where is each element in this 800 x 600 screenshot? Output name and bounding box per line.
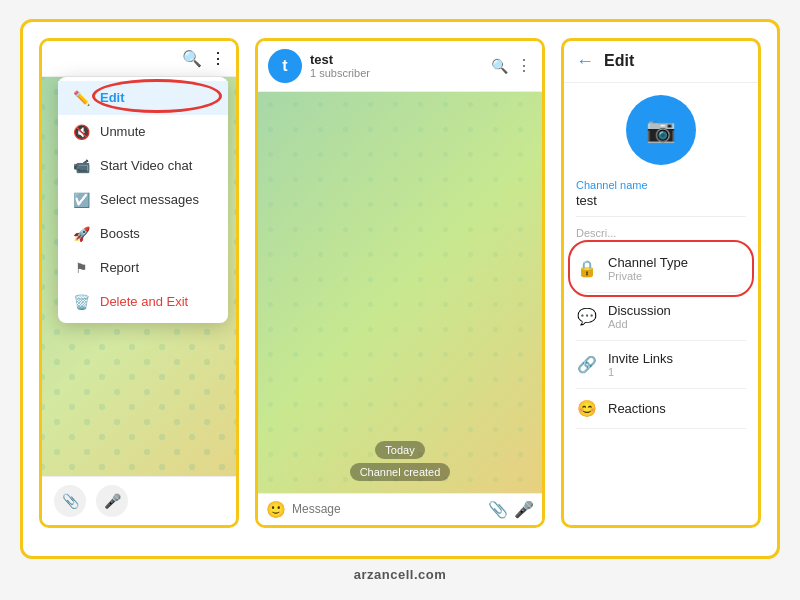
dropdown-menu: ✏️ Edit 🔇 Unmute 📹 Start Video chat ☑️ S… bbox=[58, 77, 228, 323]
channel-type-item[interactable]: 🔒 Channel Type Private bbox=[576, 245, 746, 293]
delete-icon: 🗑️ bbox=[72, 294, 90, 310]
channel-name: test bbox=[310, 52, 483, 67]
menu-item-delete[interactable]: 🗑️ Delete and Exit bbox=[58, 285, 228, 319]
chat-more-icon[interactable]: ⋮ bbox=[516, 56, 532, 75]
channel-avatar: t bbox=[268, 49, 302, 83]
mic-button[interactable]: 🎤 bbox=[96, 485, 128, 517]
chat-footer: 🙂 📎 🎤 bbox=[258, 493, 542, 525]
reactions-title: Reactions bbox=[608, 401, 746, 416]
avatar-upload-area: 📷 bbox=[576, 95, 746, 165]
description-label: Descri... bbox=[576, 227, 746, 239]
report-label: Report bbox=[100, 260, 139, 275]
camera-icon: 📷 bbox=[646, 116, 676, 144]
unmute-icon: 🔇 bbox=[72, 124, 90, 140]
edit-body: 📷 Channel name test Descri... 🔒 Channel … bbox=[564, 83, 758, 525]
invite-links-sub: 1 bbox=[608, 366, 746, 378]
chat-header: t test 1 subscriber 🔍 ⋮ bbox=[258, 41, 542, 92]
discussion-title: Discussion bbox=[608, 303, 746, 318]
delete-label: Delete and Exit bbox=[100, 294, 188, 309]
report-icon: ⚑ bbox=[72, 260, 90, 276]
menu-item-report[interactable]: ⚑ Report bbox=[58, 251, 228, 285]
channel-name-value: test bbox=[576, 193, 746, 217]
channel-info: test 1 subscriber bbox=[310, 52, 483, 79]
discussion-icon: 💬 bbox=[576, 307, 598, 326]
invite-links-title: Invite Links bbox=[608, 351, 746, 366]
chat-search-icon[interactable]: 🔍 bbox=[491, 58, 508, 74]
main-container: 🔍 ⋮ ✏️ Edit 🔇 Unmute 📹 Start Video chat … bbox=[20, 19, 780, 559]
message-input[interactable] bbox=[292, 502, 482, 516]
menu-item-select[interactable]: ☑️ Select messages bbox=[58, 183, 228, 217]
back-button[interactable]: ← bbox=[576, 51, 594, 72]
chat-body: Today Channel created bbox=[258, 92, 542, 493]
middle-panel: t test 1 subscriber 🔍 ⋮ Today Channel cr… bbox=[255, 38, 545, 528]
menu-item-unmute[interactable]: 🔇 Unmute bbox=[58, 115, 228, 149]
channel-type-title: Channel Type bbox=[608, 255, 746, 270]
discussion-item[interactable]: 💬 Discussion Add bbox=[576, 293, 746, 341]
attach-button[interactable]: 📎 bbox=[54, 485, 86, 517]
channel-created-badge: Channel created bbox=[350, 463, 451, 481]
channel-type-sub: Private bbox=[608, 270, 746, 282]
left-panel: 🔍 ⋮ ✏️ Edit 🔇 Unmute 📹 Start Video chat … bbox=[39, 38, 239, 528]
today-badge: Today bbox=[375, 441, 424, 459]
channel-subscribers: 1 subscriber bbox=[310, 67, 483, 79]
mic-icon[interactable]: 🎤 bbox=[514, 500, 534, 519]
watermark: arzancell.com bbox=[354, 567, 447, 582]
select-label: Select messages bbox=[100, 192, 199, 207]
link-icon: 🔗 bbox=[576, 355, 598, 374]
menu-item-boosts[interactable]: 🚀 Boosts bbox=[58, 217, 228, 251]
left-panel-header: 🔍 ⋮ bbox=[42, 41, 236, 77]
more-icon[interactable]: ⋮ bbox=[210, 49, 226, 68]
select-icon: ☑️ bbox=[72, 192, 90, 208]
reactions-content: Reactions bbox=[608, 401, 746, 416]
discussion-sub: Add bbox=[608, 318, 746, 330]
invite-links-item[interactable]: 🔗 Invite Links 1 bbox=[576, 341, 746, 389]
lock-icon: 🔒 bbox=[576, 259, 598, 278]
chat-messages: Today Channel created bbox=[266, 441, 534, 481]
reactions-icon: 😊 bbox=[576, 399, 598, 418]
edit-icon: ✏️ bbox=[72, 90, 90, 106]
edit-label: Edit bbox=[100, 90, 125, 105]
channel-type-content: Channel Type Private bbox=[608, 255, 746, 282]
left-bottom-bar: 📎 🎤 bbox=[42, 476, 236, 525]
right-panel: ← Edit 📷 Channel name test Descri... 🔒 C… bbox=[561, 38, 761, 528]
unmute-label: Unmute bbox=[100, 124, 146, 139]
channel-name-label: Channel name bbox=[576, 179, 746, 191]
avatar-upload-button[interactable]: 📷 bbox=[626, 95, 696, 165]
reactions-item[interactable]: 😊 Reactions bbox=[576, 389, 746, 429]
edit-title: Edit bbox=[604, 52, 634, 70]
search-icon[interactable]: 🔍 bbox=[182, 49, 202, 68]
attach-icon[interactable]: 📎 bbox=[488, 500, 508, 519]
menu-item-video[interactable]: 📹 Start Video chat bbox=[58, 149, 228, 183]
boosts-label: Boosts bbox=[100, 226, 140, 241]
invite-links-content: Invite Links 1 bbox=[608, 351, 746, 378]
menu-item-edit[interactable]: ✏️ Edit bbox=[58, 81, 228, 115]
chat-bg-pattern bbox=[258, 92, 542, 493]
video-label: Start Video chat bbox=[100, 158, 192, 173]
video-icon: 📹 bbox=[72, 158, 90, 174]
boosts-icon: 🚀 bbox=[72, 226, 90, 242]
edit-header: ← Edit bbox=[564, 41, 758, 83]
discussion-content: Discussion Add bbox=[608, 303, 746, 330]
emoji-icon[interactable]: 🙂 bbox=[266, 500, 286, 519]
